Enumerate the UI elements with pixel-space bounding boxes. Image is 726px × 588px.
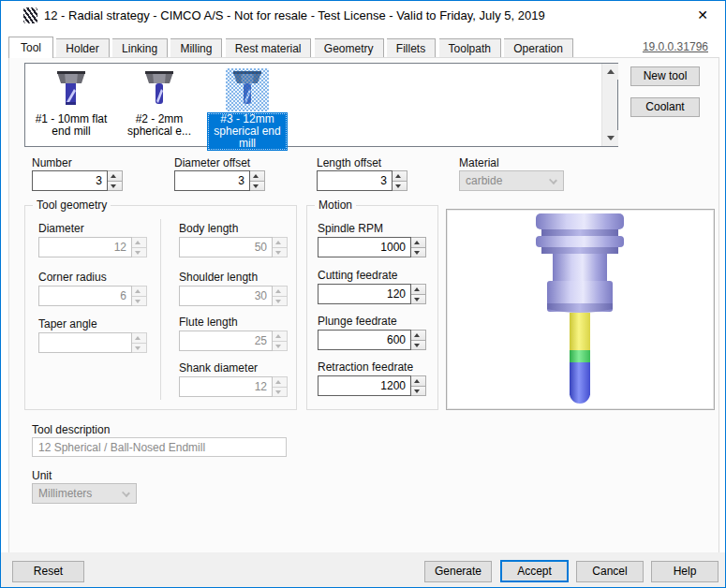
spindle-rpm-label: Spindle RPM: [318, 222, 383, 235]
generate-button[interactable]: Generate: [424, 561, 492, 582]
tab-strip: Tool Holder Linking Milling Rest materia…: [8, 37, 573, 58]
accept-button[interactable]: Accept: [500, 560, 569, 582]
cancel-button[interactable]: Cancel: [576, 561, 644, 582]
ball-nose-endmill-render: [447, 210, 714, 409]
body-length-label: Body length: [179, 222, 238, 235]
number-stepper[interactable]: [32, 170, 123, 191]
diameter-label: Diameter: [38, 222, 84, 235]
diameter-offset-stepper[interactable]: [174, 170, 265, 191]
retraction-feedrate-label: Retraction feedrate: [318, 360, 413, 374]
shoulder-length-label: Shoulder length: [179, 271, 258, 284]
tab-geometry[interactable]: Geometry: [315, 38, 384, 58]
tool-geometry-title: Tool geometry: [33, 198, 111, 212]
shoulder-length-stepper: [179, 286, 288, 306]
tool-description-label: Tool description: [32, 423, 110, 436]
tab-milling[interactable]: Milling: [170, 38, 222, 58]
unit-label: Unit: [32, 469, 52, 482]
scroll-down-icon[interactable]: [602, 130, 618, 146]
material-label: Material: [459, 156, 499, 169]
material-dropdown: carbide: [459, 170, 564, 191]
tab-holder[interactable]: Holder: [56, 38, 109, 58]
shank-diameter-label: Shank diameter: [179, 361, 258, 375]
tool-list: #1 - 10mm flat end mill #2 - 2mm spheric…: [24, 63, 618, 147]
tool-list-item-label: #3 - 12mm spherical end mill: [207, 112, 288, 151]
corner-radius-stepper: [38, 286, 147, 306]
length-offset-stepper[interactable]: [317, 170, 407, 191]
spherical-end-mill-icon: [226, 68, 269, 111]
app-tool-icon: [23, 7, 37, 23]
spherical-end-mill-icon: [138, 68, 181, 111]
chevron-down-icon: [549, 176, 557, 184]
body-length-stepper: [179, 237, 288, 257]
tool-preview-panel: [446, 209, 715, 410]
cutting-feedrate-label: Cutting feedrate: [318, 269, 397, 282]
help-button[interactable]: Help: [651, 561, 719, 582]
tool-list-item-3-selected[interactable]: #3 - 12mm spherical end mill: [207, 66, 288, 144]
unit-dropdown: Millimeters: [32, 483, 137, 504]
tab-fillets[interactable]: Fillets: [387, 38, 436, 58]
corner-radius-label: Corner radius: [38, 271, 107, 284]
number-label: Number: [32, 156, 72, 169]
chevron-down-icon: [122, 489, 130, 497]
length-offset-label: Length offset: [317, 156, 381, 169]
spindle-rpm-stepper[interactable]: [318, 237, 426, 257]
tab-rest-material[interactable]: Rest material: [226, 38, 312, 58]
tab-toolpath[interactable]: Toolpath: [439, 38, 501, 58]
version-link[interactable]: 19.0.0.31796: [643, 40, 708, 53]
close-icon[interactable]: ✕: [693, 6, 712, 24]
tool-list-item-label: #2 - 2mm spherical e...: [119, 112, 200, 139]
plunge-feedrate-stepper[interactable]: [318, 330, 426, 350]
taper-angle-stepper: [38, 332, 147, 353]
tab-tool[interactable]: Tool: [8, 37, 53, 58]
tool-list-item-label: #1 - 10mm flat end mill: [31, 112, 111, 139]
diameter-stepper: [38, 237, 147, 257]
title-bar: 12 - Radial strategy - CIMCO A/S - Not f…: [1, 1, 725, 29]
scroll-up-icon[interactable]: [602, 64, 618, 80]
flute-length-label: Flute length: [179, 316, 238, 329]
tab-operation[interactable]: Operation: [504, 38, 573, 58]
motion-title: Motion: [315, 198, 356, 212]
flute-length-stepper: [179, 331, 288, 351]
tool-list-item-1[interactable]: #1 - 10mm flat end mill: [31, 66, 111, 144]
plunge-feedrate-label: Plunge feedrate: [318, 315, 397, 328]
shank-diameter-stepper: [179, 376, 288, 397]
taper-angle-label: Taper angle: [38, 317, 97, 331]
tab-linking[interactable]: Linking: [112, 38, 168, 58]
tool-list-scrollbar[interactable]: [601, 64, 617, 146]
dialog-window: 12 - Radial strategy - CIMCO A/S - Not f…: [0, 0, 726, 588]
tool-list-item-2[interactable]: #2 - 2mm spherical e...: [119, 66, 200, 144]
retraction-feedrate-stepper[interactable]: [318, 375, 426, 396]
diameter-offset-label: Diameter offset: [174, 156, 250, 169]
flat-end-mill-icon: [50, 68, 93, 111]
new-tool-button[interactable]: New tool: [630, 66, 700, 86]
window-title: 12 - Radial strategy - CIMCO A/S - Not f…: [44, 8, 545, 22]
reset-button[interactable]: Reset: [12, 561, 84, 582]
tool-description-field: [32, 437, 287, 457]
coolant-button[interactable]: Coolant: [630, 97, 700, 117]
cutting-feedrate-stepper[interactable]: [318, 284, 426, 304]
